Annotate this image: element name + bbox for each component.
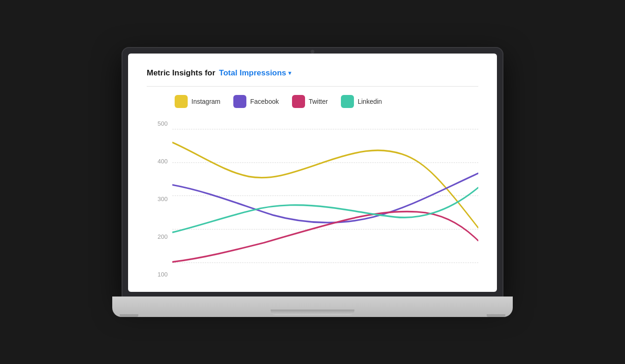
legend-swatch-twitter: [292, 95, 305, 108]
facebook-line: [172, 173, 478, 222]
laptop-hinge: [271, 310, 354, 315]
y-axis: 500 400 300 200 100: [147, 115, 172, 283]
divider: [147, 86, 478, 87]
chart-legend: Instagram Facebook Twitter Linkedin: [147, 95, 478, 108]
y-label-100: 100: [147, 271, 172, 278]
legend-swatch-linkedin: [341, 95, 354, 108]
legend-item-facebook: Facebook: [233, 95, 279, 108]
chevron-down-icon: ▾: [288, 70, 291, 76]
camera-notch: [311, 50, 314, 54]
y-label-200: 200: [147, 233, 172, 240]
screen-bezel: Metric Insights for Total Impressions ▾ …: [122, 47, 503, 298]
legend-label-linkedin: Linkedin: [358, 98, 382, 105]
screen: Metric Insights for Total Impressions ▾ …: [128, 54, 497, 292]
instagram-line: [172, 142, 478, 228]
header-label: Metric Insights for: [147, 68, 215, 78]
legend-item-twitter: Twitter: [292, 95, 328, 108]
legend-swatch-facebook: [233, 95, 246, 108]
screen-content: Metric Insights for Total Impressions ▾ …: [128, 54, 497, 292]
laptop-container: Metric Insights for Total Impressions ▾ …: [112, 47, 513, 317]
laptop-base: [112, 297, 513, 317]
legend-swatch-instagram: [175, 95, 188, 108]
metric-dropdown[interactable]: Total Impressions ▾: [219, 68, 291, 78]
chart-header: Metric Insights for Total Impressions ▾: [147, 68, 478, 78]
laptop-foot-right: [487, 314, 505, 317]
legend-label-instagram: Instagram: [191, 98, 220, 105]
legend-label-facebook: Facebook: [250, 98, 279, 105]
y-label-400: 400: [147, 158, 172, 165]
laptop-foot-left: [120, 314, 138, 317]
legend-item-instagram: Instagram: [175, 95, 220, 108]
chart-svg: [172, 115, 478, 283]
legend-label-twitter: Twitter: [309, 98, 328, 105]
y-label-300: 300: [147, 195, 172, 202]
y-label-500: 500: [147, 120, 172, 127]
metric-label: Total Impressions: [219, 68, 286, 78]
chart-plot: [172, 115, 478, 283]
legend-item-linkedin: Linkedin: [341, 95, 382, 108]
chart-area: 500 400 300 200 100: [147, 115, 478, 283]
